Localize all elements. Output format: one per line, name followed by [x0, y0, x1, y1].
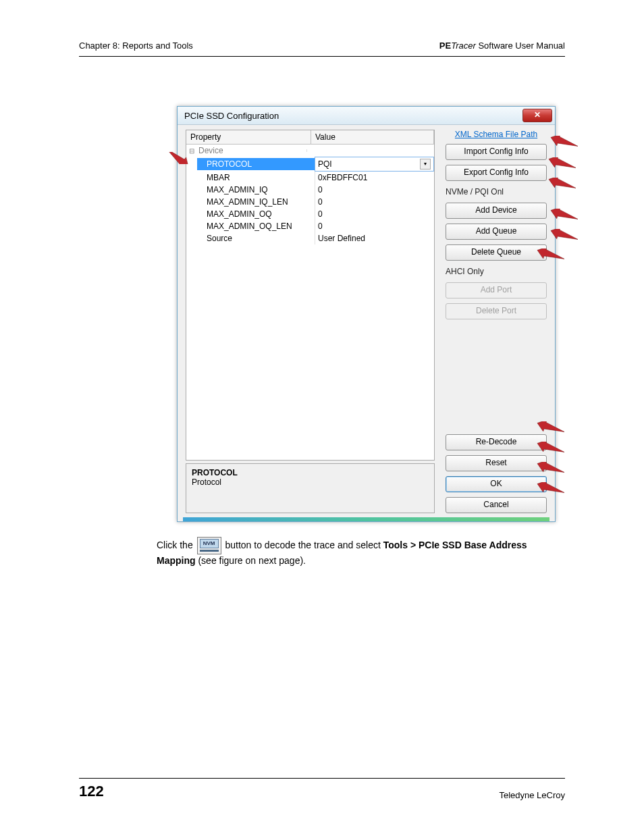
close-icon: ✕	[534, 110, 541, 120]
prop-name: MAX_ADMIN_OQ_LEN	[197, 220, 315, 232]
prop-value[interactable]: 0	[315, 208, 434, 220]
prop-name: MAX_ADMIN_IQ	[197, 184, 315, 196]
instruction-text: Click the NVM button to decode the trace…	[157, 537, 565, 568]
property-row[interactable]: PROTOCOLPQI▾	[186, 157, 434, 172]
desc-name: PROTOCOL	[192, 468, 429, 477]
property-row[interactable]: MAX_ADMIN_IQ_LEN0	[186, 196, 434, 208]
add-port-button: Add Port	[446, 282, 547, 298]
export-config-button[interactable]: Export Config Info	[446, 165, 547, 181]
re-decode-button[interactable]: Re-Decode	[446, 434, 547, 450]
nvme-section-label: NVMe / PQI Onl	[446, 186, 547, 198]
prop-value[interactable]: PQI▾	[315, 157, 434, 172]
property-row[interactable]: MAX_ADMIN_OQ0	[186, 208, 434, 220]
nvm-toolbar-icon: NVM	[197, 537, 221, 554]
button-column: XML Schema File Path Import Config Info …	[443, 127, 549, 516]
dialog-titlebar: PCIe SSD Configuration ✕	[178, 107, 555, 125]
prop-name: MBAR	[197, 172, 315, 184]
page-header: Chapter 8: Reports and Tools PETracer So…	[79, 41, 565, 57]
desc-text: Protocol	[192, 477, 429, 487]
prop-value[interactable]: 0xFBDFFC01	[315, 172, 434, 184]
prop-name: MAX_ADMIN_IQ_LEN	[197, 196, 315, 208]
prop-name: Source	[197, 232, 315, 244]
prop-value[interactable]: 0	[315, 196, 434, 208]
property-row[interactable]: SourceUser Defined	[186, 232, 434, 244]
dialog-bottom-accent	[183, 517, 549, 521]
page-footer: 122 Teledyne LeCroy	[79, 778, 565, 800]
col-value: Value	[311, 130, 434, 144]
ok-button[interactable]: OK	[446, 476, 547, 492]
reset-button[interactable]: Reset	[446, 455, 547, 471]
prop-value[interactable]: 0	[315, 184, 434, 196]
property-row[interactable]: MAX_ADMIN_OQ_LEN0	[186, 220, 434, 232]
footer-company: Teledyne LeCroy	[499, 790, 565, 800]
dialog-body: Property Value ⊟ Device PROTOCOLPQI▾MBAR…	[183, 127, 549, 516]
description-panel: PROTOCOL Protocol	[186, 463, 435, 513]
property-row[interactable]: MBAR0xFBDFFC01	[186, 172, 434, 184]
xml-schema-link[interactable]: XML Schema File Path	[446, 130, 547, 139]
page-number: 122	[79, 783, 104, 800]
prop-name: MAX_ADMIN_OQ	[197, 208, 315, 220]
cancel-button[interactable]: Cancel	[446, 497, 547, 513]
collapse-icon[interactable]: ⊟	[186, 147, 197, 155]
prop-value[interactable]: 0	[315, 220, 434, 232]
dialog-title: PCIe SSD Configuration	[184, 111, 279, 121]
property-column: Property Value ⊟ Device PROTOCOLPQI▾MBAR…	[183, 127, 437, 516]
property-row[interactable]: MAX_ADMIN_IQ0	[186, 184, 434, 196]
import-config-button[interactable]: Import Config Info	[446, 144, 547, 160]
delete-port-button: Delete Port	[446, 303, 547, 319]
category-label: Device	[197, 145, 306, 157]
chevron-down-icon[interactable]: ▾	[420, 159, 431, 170]
prop-value[interactable]: User Defined	[315, 232, 434, 244]
add-device-button[interactable]: Add Device	[446, 203, 547, 219]
header-right: PETracer Software User Manual	[439, 41, 565, 51]
grid-category-device[interactable]: ⊟ Device	[186, 145, 434, 157]
add-queue-button[interactable]: Add Queue	[446, 224, 547, 240]
delete-queue-button[interactable]: Delete Queue	[446, 244, 547, 261]
close-button[interactable]: ✕	[522, 109, 552, 122]
property-grid[interactable]: Property Value ⊟ Device PROTOCOLPQI▾MBAR…	[186, 130, 435, 461]
prop-name: PROTOCOL	[197, 158, 315, 170]
pcie-ssd-config-dialog: PCIe SSD Configuration ✕ Property Value …	[177, 106, 556, 522]
col-property: Property	[186, 130, 311, 144]
header-left: Chapter 8: Reports and Tools	[79, 41, 193, 51]
ahci-section-label: AHCI Only	[446, 265, 547, 278]
grid-header: Property Value	[186, 130, 434, 145]
